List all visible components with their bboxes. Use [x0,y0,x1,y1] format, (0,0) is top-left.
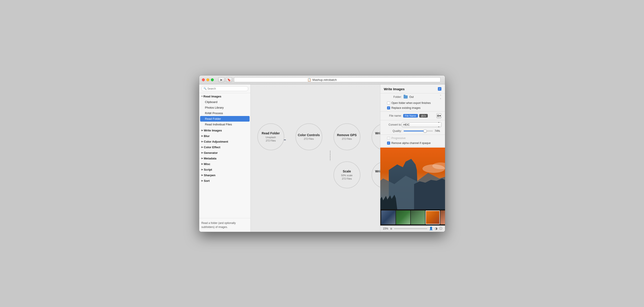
film-thumb-1[interactable] [381,210,396,224]
close-button[interactable] [202,78,205,81]
sidebar-item-read-folder[interactable]: Read Folder [200,116,250,122]
zoom-slider[interactable] [394,228,427,229]
sidebar-category-sort[interactable]: ▶ Sort [199,178,250,184]
divider-4 [380,146,445,147]
arrow-icon: ▶ [202,152,203,154]
film-thumb-2[interactable] [396,210,410,224]
search-input[interactable] [208,87,246,90]
node-title: Write Images [375,170,380,173]
node-sub2: 272 Files [304,138,314,140]
replace-images-checkbox[interactable]: ✓ [387,106,390,110]
sidebar-category-sharpen[interactable]: ▶ Sharpen [199,172,250,178]
node-color-controls[interactable]: Color Controls 272 Files [296,124,322,150]
convert-select[interactable]: HEIC ⌃⌄ [402,122,442,127]
film-thumb-5[interactable] [440,210,445,224]
open-folder-checkbox[interactable] [387,102,390,104]
sidebar-category-script[interactable]: ▶ Script [199,167,250,172]
filename-label: File name: [384,114,402,117]
sidebar-category-label: Misc [204,162,210,166]
person-icon[interactable]: 👤 [429,226,433,231]
quality-track [404,130,433,132]
sidebar-category-write-images[interactable]: ▶ Write Images [199,128,250,133]
sidebar-item-clipboard[interactable]: Clipboard [199,99,250,105]
mountain-svg [380,148,445,209]
sidebar-category-generator[interactable]: ▶ Generator [199,150,250,156]
info-icon[interactable]: ⓘ [439,226,442,231]
replace-images-label: Replace existing images [392,106,420,110]
open-folder-row: Open folder when export finishes [380,100,445,106]
arrow-icon: ▶ [202,180,203,182]
sidebar-item-photos-library[interactable]: Photos Library [199,105,250,110]
node-sub2: 272 Files [342,177,352,180]
app-icon: 📋 [307,78,311,82]
main-window: ▶ 🔖 📋 Mashup.retrobatch 🔍 ▾ Read Images [199,75,445,232]
nodes-container: Read Folder Unsplash 272 Files Color Con… [251,113,380,203]
sidebar-category-color-effect[interactable]: ▶ Color Effect [199,144,250,150]
node-title: Scale [343,170,351,173]
quality-row: Quality: 74% [380,128,445,134]
convert-label: Convert to: [384,123,402,126]
filename-token-2[interactable]: @2x [419,114,428,118]
maximize-button[interactable] [211,78,214,81]
sidebar-item-raw-process[interactable]: RAW Process [199,110,250,116]
quality-label: Quality: [384,130,402,132]
node-scale[interactable]: Scale 50% scale 272 Files [334,162,360,188]
play-button[interactable]: ▶ [218,77,224,82]
sidebar-category-color-adjustment[interactable]: ▶ Color Adjustment [199,139,250,144]
sidebar-item-read-individual-files[interactable]: Read Individual Files [199,122,250,127]
quality-thumb[interactable] [424,130,427,132]
folder-chevron-icon[interactable]: ⌃⌄ [440,94,442,100]
quality-slider[interactable] [404,130,433,132]
folder-icon [404,96,408,98]
filename-row: File name: File Name @2x ⚙▾ [380,112,445,119]
node-title: Read Folder [262,132,280,135]
contrast-icon[interactable]: ◑ [435,226,438,231]
sidebar-category-label: Read Images [204,95,222,98]
node-write-images-top[interactable]: Write Images Out 272 Files [372,124,380,150]
canvas-area[interactable]: Read Folder Unsplash 272 Files Color Con… [251,84,380,232]
folder-label: Folder: [384,96,402,98]
progressive-row: Progressive [380,136,445,140]
divider-3 [380,134,445,135]
film-thumb-4[interactable] [426,210,440,224]
node-sub1: Unsplash [266,136,276,138]
sidebar-category-label: Sort [204,179,210,182]
sidebar-category-label: Write Images [204,129,222,132]
app-title: Mashup.retrobatch [312,78,337,82]
arrow-icon: ▶ [202,129,203,132]
convert-chevron-icon: ⌃⌄ [438,122,440,128]
enabled-checkbox[interactable]: ✓ [438,87,442,91]
sidebar-section-read-images: ▾ Read Images Clipboard Photos Library R… [199,93,250,128]
filename-token-1[interactable]: File Name [403,114,418,118]
node-sub1: 50% scale [341,174,352,177]
filename-gear-button[interactable]: ⚙▾ [436,113,442,118]
progressive-checkbox[interactable] [387,136,390,140]
bookmark-button[interactable]: 🔖 [226,77,232,82]
sidebar-category-read-images[interactable]: ▾ Read Images [199,94,250,99]
svg-marker-12 [414,178,445,209]
film-thumb-3[interactable] [411,210,425,224]
url-bar[interactable] [234,77,440,82]
right-panel-title: Write Images [384,87,405,91]
arrow-icon: ▶ [202,163,203,165]
node-read-folder[interactable]: Read Folder Unsplash 272 Files [258,124,284,150]
sidebar-category-blur[interactable]: ▶ Blur [199,133,250,139]
remove-alpha-checkbox[interactable]: ✓ [387,142,390,145]
zoom-monitor-icon: ⊞ [390,227,392,230]
search-icon: 🔍 [204,87,206,90]
sidebar-category-label: Blur [204,134,210,138]
node-write-images-bottom[interactable]: Write Images Out 272 Files [372,162,380,188]
sidebar-description: Read a folder (and optionally subfolders… [199,218,250,232]
sidebar-category-misc[interactable]: ▶ Misc [199,161,250,167]
quality-value: 74% [435,130,442,132]
search-wrapper[interactable]: 🔍 [202,86,248,91]
sidebar-category-metadata[interactable]: ▶ Metadata [199,156,250,161]
convert-value: HEIC [403,123,410,126]
minimize-button[interactable] [206,78,209,81]
arrow-icon: ▶ [202,157,203,160]
main-content: 🔍 ▾ Read Images Clipboard Photos Library… [199,84,445,232]
node-remove-gps[interactable]: Remove GPS 272 Files [334,124,360,150]
divider-2 [380,120,445,120]
bottom-icons: 👤 ◑ ⓘ [429,226,442,231]
arrow-icon: ▾ [202,95,202,98]
